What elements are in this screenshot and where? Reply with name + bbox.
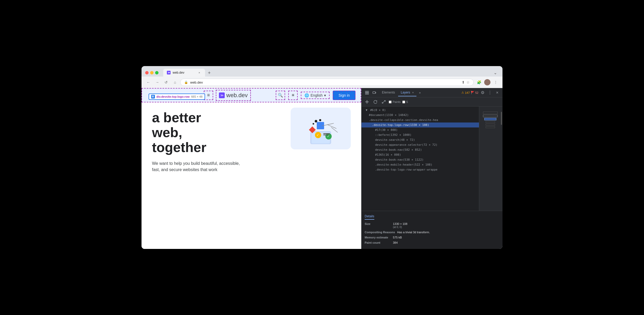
layer-item-collapsible[interactable]: .devsite-collapsible-section.devsite-hea: [361, 118, 479, 122]
site-name: web.dev: [226, 92, 248, 99]
tab-title: web.dev: [173, 71, 195, 74]
sign-in-button[interactable]: Sign in: [333, 91, 355, 100]
svg-rect-32: [486, 126, 495, 128]
svg-rect-19: [323, 135, 329, 135]
search-button[interactable]: 🔍: [276, 91, 285, 100]
tab-close-button[interactable]: ×: [197, 71, 201, 75]
back-button[interactable]: ←: [145, 79, 152, 86]
globe-icon: 🌐: [304, 93, 309, 97]
layer-item-wrapper[interactable]: .devsite-top-logo-row-wrapper-wrappe: [361, 167, 479, 172]
more-tabs-button[interactable]: »: [417, 90, 423, 96]
tab-elements[interactable]: Elements: [379, 89, 398, 96]
warning-count: 147: [465, 91, 470, 94]
layers-tree[interactable]: ▼ #6(0 × 0) #document(1330 × 14842) .dev…: [361, 107, 479, 211]
layer-item-mobile-header[interactable]: .devsite-mobile-header(522 × 108): [361, 162, 479, 167]
profile-avatar[interactable]: [484, 79, 490, 85]
inspector-label: div.devsite-top-logo-row 665 × 48: [149, 94, 205, 100]
maximize-traffic-light[interactable]: [155, 71, 159, 74]
paints-checkbox[interactable]: Paints: [389, 100, 401, 103]
layer-item-text: #1365(16 × 808): [375, 153, 401, 156]
home-button[interactable]: ⌂: [171, 79, 179, 86]
layer-item-document[interactable]: #document(1330 × 14842): [361, 113, 479, 118]
bookmark-icon[interactable]: ☆: [466, 80, 470, 84]
scroll-checkbox[interactable]: S: [402, 100, 408, 103]
svg-rect-31: [486, 124, 495, 125]
svg-rect-23: [367, 93, 369, 94]
layer-item-logo-row[interactable]: .devsite-top-logo-row(1330 × 108): [361, 122, 479, 127]
share-icon[interactable]: ⬆: [462, 80, 465, 84]
layer-item-text: #6(0 × 0): [370, 108, 386, 112]
svg-rect-22: [365, 93, 367, 94]
active-tab[interactable]: ≫ web.dev ×: [163, 69, 205, 77]
layer-item-book-nav-2[interactable]: devsite-book-nav(538 × 1122): [361, 157, 479, 162]
layer-item-1365[interactable]: #1365(16 × 808): [361, 152, 479, 157]
rotate-tool-button[interactable]: [372, 98, 379, 105]
svg-rect-28: [483, 115, 498, 117]
layer-item-text: #document(1330 × 14842): [369, 113, 409, 117]
title-bar-right: ⌄: [492, 69, 499, 76]
layer-item-text: devsite-book-nav(538 × 1122): [375, 158, 423, 161]
error-badge: 🚩 52: [471, 91, 478, 94]
devtools-more-button[interactable]: ⋮: [487, 90, 493, 96]
layer-item-17[interactable]: #17(30 × 808): [361, 127, 479, 132]
browser-window: ≫ web.dev × + ⌄ ← → ↺ ⌂ 🔒 web.dev ⬆ ☆ 🧩 …: [142, 66, 502, 249]
devtools-body: ▼ #6(0 × 0) #document(1330 × 14842) .dev…: [361, 107, 502, 211]
svg-point-12: [313, 123, 314, 125]
devtools-close-button[interactable]: ×: [494, 90, 500, 96]
layer-item-root[interactable]: ▼ #6(0 × 0): [361, 108, 479, 113]
svg-rect-1: [153, 96, 154, 96]
layer-item-text: .devsite-collapsible-section.devsite-hea: [369, 118, 438, 122]
svg-rect-27: [483, 112, 498, 114]
device-emulation-button[interactable]: [371, 89, 378, 96]
tab-layers[interactable]: Layers ×: [398, 89, 416, 96]
forward-button[interactable]: →: [154, 79, 161, 86]
layer-item-appearance[interactable]: devsite-appearance-selector(72 × 72): [361, 142, 479, 147]
inspector-icon: [151, 95, 155, 98]
address-bar[interactable]: 🔒 web.dev ⬆ ☆: [180, 79, 474, 86]
layer-item-before[interactable]: ::before(1392 × 1000): [361, 132, 479, 137]
refresh-button[interactable]: ↺: [162, 79, 170, 86]
tab-layers-close[interactable]: ×: [412, 91, 414, 94]
layers-preview: [479, 107, 502, 211]
memory-label: Memory estimate: [365, 236, 391, 239]
svg-rect-18: [323, 133, 330, 134]
layer-item-book-nav-1[interactable]: devsite-book-nav(582 × 852): [361, 147, 479, 152]
details-tab[interactable]: Details: [365, 214, 374, 220]
details-size-row: Size 1330 × 108 (at 0, 0): [365, 222, 499, 229]
devtools-settings-button[interactable]: ⚙: [479, 90, 486, 96]
hamburger-menu-button[interactable]: ≡: [204, 91, 213, 100]
pan-tool-button[interactable]: [364, 98, 370, 105]
layer-item-text: .devsite-top-logo-row(1330 × 108): [372, 123, 429, 127]
resize-tool-button[interactable]: [380, 98, 387, 105]
new-tab-button[interactable]: +: [206, 69, 213, 77]
details-paint-count-row: Paint count 384: [365, 241, 499, 244]
error-count: 52: [475, 91, 478, 94]
layer-item-text: devsite-book-nav(582 × 852): [375, 148, 422, 151]
layer-item-text: devsite-appearance-selector(72 × 72): [375, 143, 437, 147]
compositing-value: Has a trivial 3d transform.: [397, 231, 430, 234]
theme-toggle-button[interactable]: ☀: [288, 91, 298, 100]
more-options-button[interactable]: ⋮: [492, 79, 499, 86]
layer-item-text: #17(30 × 808): [375, 128, 398, 132]
paints-checkbox-input[interactable]: [389, 101, 392, 103]
tab-area: ≫ web.dev × +: [163, 69, 213, 77]
header-right: 🔍 ☀ 🌐 English ▾ Sign in: [276, 91, 355, 100]
chevron-down-icon[interactable]: ⌄: [492, 69, 499, 76]
extensions-button[interactable]: 🧩: [475, 79, 483, 86]
subtext: We want to help you build beautiful, acc…: [152, 160, 241, 173]
layer-item-search[interactable]: devsite-search(48 × 72): [361, 137, 479, 142]
layer-item-text: .devsite-top-logo-row-wrapper-wrappe: [375, 168, 437, 171]
details-compositing-row: Compositing Reasons Has a trivial 3d tra…: [365, 231, 499, 234]
close-traffic-light[interactable]: [145, 71, 149, 74]
details-panel: Details Size 1330 × 108 (at 0, 0) Compos…: [361, 211, 502, 249]
scroll-checkbox-input[interactable]: [402, 101, 405, 103]
svg-rect-20: [365, 91, 367, 92]
svg-rect-29: [484, 118, 496, 120]
preview-scrollbar[interactable]: [501, 112, 502, 125]
logo-icon: ≫: [219, 92, 225, 98]
inspect-element-button[interactable]: [364, 89, 370, 96]
minimize-traffic-light[interactable]: [150, 71, 154, 74]
size-value: 1330 × 108 (at 0, 0): [393, 222, 407, 229]
language-selector[interactable]: 🌐 English ▾: [301, 92, 330, 99]
main-area: div.devsite-top-logo-row 665 × 48 ≡ ≫ we…: [142, 88, 502, 249]
